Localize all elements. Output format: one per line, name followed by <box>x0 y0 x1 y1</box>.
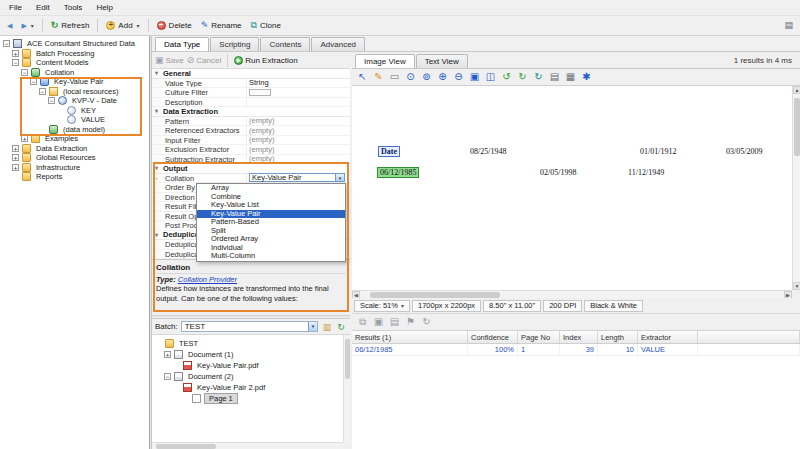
property-row[interactable]: Input Filter(empty) <box>152 136 350 146</box>
collapse-icon[interactable]: − <box>12 59 19 66</box>
tab-scripting[interactable]: Scripting <box>210 37 259 51</box>
zoom-region-button[interactable]: ⊚ <box>419 70 434 84</box>
property-section[interactable]: ▾Output <box>152 164 350 174</box>
refresh-view-button[interactable]: ↻ <box>531 70 546 84</box>
image-grid-button[interactable]: ▦ <box>563 70 578 84</box>
thumbnails-button[interactable]: ▤ <box>547 70 562 84</box>
expand-icon[interactable]: + <box>12 164 19 171</box>
property-value[interactable]: String <box>247 78 350 87</box>
layout-toggle-button[interactable] <box>780 19 797 32</box>
content-tree-item[interactable]: −ACE Consultant Structured Data <box>0 39 149 49</box>
scroll-down-button[interactable] <box>793 282 800 290</box>
clone-button[interactable]: Clone <box>247 19 285 32</box>
batch-tree-item[interactable]: Key-Value Pair 2.pdf <box>152 382 343 393</box>
results-column-header[interactable]: Length <box>598 331 638 343</box>
zoom-out-button[interactable]: ⊖ <box>451 70 466 84</box>
delete-button[interactable]: Delete <box>153 19 196 32</box>
property-row[interactable]: ›CollationKey-Value Pair▾ <box>152 174 350 184</box>
property-value[interactable]: (empty) <box>247 154 350 163</box>
refresh-button[interactable]: Refresh <box>47 19 94 32</box>
scrollbar-thumb[interactable] <box>370 292 500 298</box>
batch-dropdown-icon[interactable]: ▾ <box>308 322 317 331</box>
results-column-header[interactable]: Extractor <box>638 331 698 343</box>
content-tree-item[interactable]: +Data Extraction <box>0 144 149 154</box>
collation-combobox[interactable]: Key-Value Pair▾ <box>249 173 345 182</box>
property-row[interactable]: Description <box>152 98 350 108</box>
content-tree-item[interactable]: −(local resources) <box>0 87 149 97</box>
tab-data-type[interactable]: Data Type <box>155 37 209 51</box>
refresh-batch-icon[interactable]: ↻ <box>335 322 347 332</box>
run-extraction-button[interactable]: Run Extraction <box>234 56 297 65</box>
property-value[interactable]: (empty) <box>247 135 350 144</box>
menu-tools[interactable]: Tools <box>57 1 90 14</box>
property-row[interactable]: Value TypeString <box>152 79 350 89</box>
collapse-icon[interactable]: − <box>48 97 55 104</box>
property-value[interactable] <box>247 89 350 96</box>
rotate-right-button[interactable]: ↻ <box>515 70 530 84</box>
content-tree-item[interactable]: Reports <box>0 172 149 182</box>
property-row[interactable]: Pattern(empty) <box>152 117 350 127</box>
collapse-icon[interactable]: − <box>30 78 37 85</box>
content-tree-item[interactable]: (data model) <box>0 125 149 135</box>
expand-icon[interactable]: + <box>12 50 19 57</box>
save-results-button[interactable]: ▣ <box>371 315 386 329</box>
property-section[interactable]: ▾Data Extraction <box>152 107 350 117</box>
batch-selector[interactable]: TEST ▾ <box>181 321 318 332</box>
document-field-label[interactable]: Date <box>378 146 400 157</box>
tab-text-view[interactable]: Text View <box>416 54 468 68</box>
dropdown-option[interactable]: Multi-Column <box>197 252 345 261</box>
collapse-icon[interactable]: − <box>164 373 171 380</box>
content-tree-item[interactable]: +Infrastructure <box>0 163 149 173</box>
magnifier-button[interactable]: ⊙ <box>403 70 418 84</box>
property-row[interactable]: Subtraction Extractor(empty) <box>152 155 350 165</box>
add-button[interactable]: Add <box>102 19 143 32</box>
tab-advanced[interactable]: Advanced <box>311 37 365 51</box>
highlighted-extraction-result[interactable]: 06/12/1985 <box>377 167 419 178</box>
collapse-icon[interactable]: − <box>3 40 10 47</box>
collapse-icon[interactable]: − <box>21 69 28 76</box>
refresh-results-button[interactable]: ↻ <box>419 315 434 329</box>
result-value[interactable]: 06/12/1985 <box>352 344 468 355</box>
select-pointer-button[interactable]: ↖ <box>355 70 370 84</box>
property-value[interactable]: (empty) <box>247 116 350 125</box>
content-tree-item[interactable]: −Key-Value Pair <box>0 77 149 87</box>
property-row[interactable]: Culture Filter <box>152 88 350 98</box>
expand-icon[interactable]: + <box>12 154 19 161</box>
content-tree-item[interactable]: VALUE <box>0 115 149 125</box>
scroll-up-button[interactable] <box>793 86 800 94</box>
rubber-band-button[interactable]: ▭ <box>387 70 402 84</box>
scrollbar-thumb[interactable] <box>794 98 800 156</box>
flag-results-button[interactable]: ⚑ <box>403 315 418 329</box>
expand-icon[interactable]: + <box>21 135 28 142</box>
batch-tree-item[interactable]: Page 1 <box>152 393 343 404</box>
export-results-button[interactable]: ▤ <box>387 315 402 329</box>
open-batch-folder-icon[interactable]: ▥ <box>321 322 333 332</box>
tab-image-view[interactable]: Image View <box>355 54 415 68</box>
copy-results-button[interactable]: ⧉ <box>355 315 370 329</box>
property-value[interactable]: (empty) <box>247 145 350 154</box>
batch-tree-item[interactable]: −Document (2) <box>152 371 343 382</box>
viewer-vertical-scrollbar[interactable] <box>792 86 800 290</box>
content-tree-item[interactable]: −Collation <box>0 68 149 78</box>
save-button[interactable]: Save <box>155 56 184 65</box>
rename-button[interactable]: Rename <box>197 19 246 32</box>
batch-tree-item[interactable]: +Document (1) <box>152 349 343 360</box>
culture-filter-box[interactable] <box>249 89 271 96</box>
property-row[interactable]: Referenced Extractors(empty) <box>152 126 350 136</box>
menu-file[interactable]: File <box>2 1 29 14</box>
zoom-in-button[interactable]: ⊕ <box>435 70 450 84</box>
forward-button[interactable] <box>17 19 37 32</box>
content-tree-item[interactable]: +Examples <box>0 134 149 144</box>
content-tree-item[interactable]: +Batch Processing <box>0 49 149 59</box>
tab-contents[interactable]: Contents <box>260 37 310 51</box>
content-tree-item[interactable]: KEY <box>0 106 149 116</box>
collapse-icon[interactable]: − <box>39 88 46 95</box>
help-type-link[interactable]: Collation Provider <box>178 275 237 284</box>
expand-icon[interactable]: + <box>12 145 19 152</box>
content-tree-item[interactable]: −Content Models <box>0 58 149 68</box>
content-tree-item[interactable]: −KVP-V - Date <box>0 96 149 106</box>
scrollbar-thumb[interactable] <box>345 339 350 379</box>
scale-selector[interactable]: Scale: 51% <box>354 300 410 312</box>
back-button[interactable] <box>3 19 16 32</box>
menu-help[interactable]: Help <box>89 1 119 14</box>
